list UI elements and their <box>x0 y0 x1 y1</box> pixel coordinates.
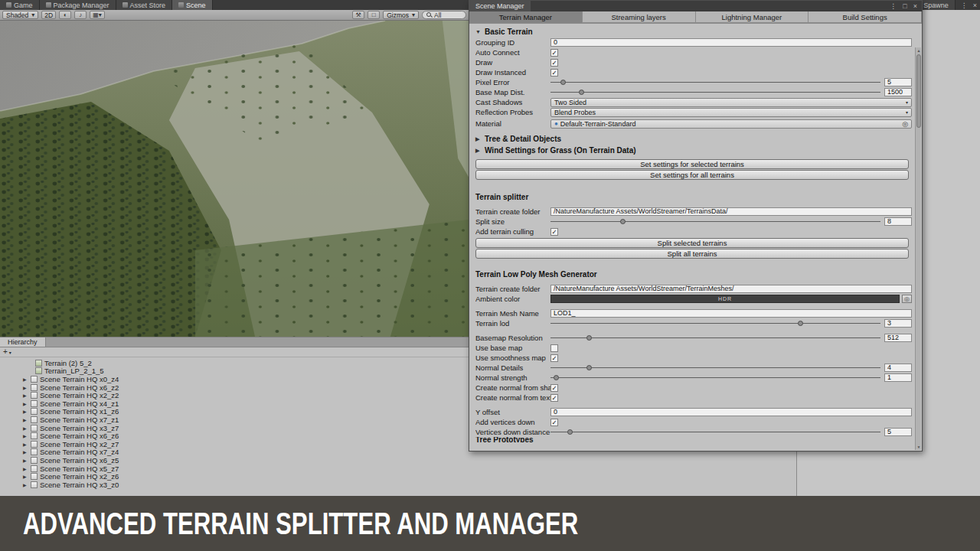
window-menu-icon[interactable]: ⋮ <box>890 2 897 10</box>
tab-spawner[interactable]: Spawne <box>917 0 956 10</box>
foldout-icon[interactable]: ▶ <box>23 449 28 455</box>
normal-strength-field[interactable]: 1 <box>884 373 912 382</box>
auto-connect-checkbox[interactable]: ✓ <box>550 49 558 57</box>
grouping-id-field[interactable]: 0 <box>550 38 912 47</box>
terrain-lod-field[interactable]: 3 <box>884 319 912 328</box>
add-vertices-down-checkbox[interactable]: ✓ <box>550 419 558 426</box>
create-object-button[interactable]: + <box>3 348 8 356</box>
slider-knob[interactable] <box>567 429 573 435</box>
basemap-resolution-slider[interactable] <box>550 333 880 343</box>
tab-scene[interactable]: Scene <box>172 0 213 10</box>
basic-terrain-foldout[interactable]: ▼ Basic Terrain <box>469 26 915 37</box>
split-selected-button[interactable]: Split selected terrains <box>475 238 909 248</box>
lighting-toggle-button[interactable]: ◐ <box>59 11 71 19</box>
foldout-icon[interactable]: ▶ <box>23 417 28 422</box>
wind-settings-foldout[interactable]: ▶ Wind Settings for Grass (On Terrain Da… <box>469 145 915 156</box>
base-map-dist-slider[interactable] <box>550 87 880 97</box>
normal-strength-slider[interactable] <box>550 373 880 383</box>
split-size-field[interactable]: 8 <box>884 217 912 226</box>
use-base-map-checkbox[interactable] <box>550 344 558 352</box>
slider-knob[interactable] <box>579 90 584 95</box>
draw-mode-dropdown[interactable]: Shaded ▾ <box>2 11 38 19</box>
material-object-field[interactable]: ● Default-Terrain-Standard ◎ <box>550 119 912 129</box>
lowpoly-folder-field[interactable]: /NatureManufacture Assets/WorldStreamer/… <box>550 285 912 293</box>
foldout-icon[interactable]: ▶ <box>23 409 28 414</box>
hierarchy-item[interactable]: ▶ Scene Terrain HQ x2_z6 <box>0 472 796 481</box>
pixel-error-slider[interactable] <box>550 77 880 87</box>
window-close-icon[interactable]: × <box>913 2 917 10</box>
foldout-icon[interactable]: ▶ <box>23 385 28 390</box>
slider-knob[interactable] <box>586 335 592 341</box>
tab-lightning-manager[interactable]: Lightning Manager <box>696 11 809 23</box>
split-all-button[interactable]: Split all terrains <box>475 249 909 259</box>
draw-instanced-checkbox[interactable]: ✓ <box>550 69 558 77</box>
hierarchy-item[interactable]: ▶ Scene Terrain HQ x6_z5 <box>0 456 796 465</box>
scroll-down-icon[interactable]: ▼ <box>916 445 922 449</box>
tab-streaming-layers[interactable]: Streaming layers <box>583 11 696 23</box>
normal-details-field[interactable]: 4 <box>884 364 912 372</box>
foldout-icon[interactable]: ▶ <box>23 482 28 487</box>
foldout-icon[interactable]: ▶ <box>23 425 28 431</box>
tab-terrain-manager[interactable]: Terrain Manager <box>469 11 583 23</box>
foldout-icon[interactable]: ▶ <box>23 433 28 439</box>
audio-toggle-button[interactable]: ♪ <box>74 11 87 19</box>
panel-close-icon[interactable]: × <box>973 2 977 9</box>
foldout-icon[interactable]: ▶ <box>23 401 28 406</box>
tab-asset-store[interactable]: Asset Store <box>116 0 173 10</box>
hierarchy-item[interactable]: ▶ Scene Terrain HQ x3_z0 <box>0 481 796 489</box>
effects-dropdown-button[interactable]: ▦ ▾ <box>90 11 105 19</box>
basemap-resolution-field[interactable]: 512 <box>884 334 912 342</box>
tab-hierarchy[interactable]: Hierarchy <box>0 337 46 347</box>
ambient-color-swatch[interactable]: HDR <box>550 295 900 303</box>
object-picker-icon[interactable]: ◎ <box>902 120 908 128</box>
2d-toggle-button[interactable]: 2D <box>41 11 56 19</box>
tree-detail-foldout[interactable]: ▶ Tree & Detail Objects <box>469 133 915 145</box>
window-maximize-icon[interactable]: □ <box>903 2 906 10</box>
slider-knob[interactable] <box>798 321 803 326</box>
tab-package-manager[interactable]: Package Manager <box>40 0 116 10</box>
slider-knob[interactable] <box>560 80 566 85</box>
set-settings-all-button[interactable]: Set settings for all terrains <box>475 170 909 180</box>
use-smoothness-checkbox[interactable]: ✓ <box>550 354 558 362</box>
slider-knob[interactable] <box>586 365 592 370</box>
set-settings-selected-button[interactable]: Set settings for selected terrains <box>475 159 909 169</box>
hierarchy-item[interactable]: ▶ Scene Terrain HQ x5_z7 <box>0 465 796 473</box>
y-offset-field[interactable]: 0 <box>550 408 912 416</box>
foldout-icon[interactable]: ▶ <box>23 393 28 398</box>
tab-build-settings[interactable]: Build Settings <box>808 11 922 23</box>
terrain-lod-slider[interactable] <box>550 318 880 328</box>
vertices-down-distance-slider[interactable] <box>550 427 880 437</box>
color-picker-button[interactable]: ◎ <box>902 295 912 303</box>
cast-shadows-dropdown[interactable]: Two Sided ▾ <box>550 98 912 107</box>
normal-details-slider[interactable] <box>550 363 880 373</box>
reflection-probes-dropdown[interactable]: Blend Probes ▾ <box>550 108 912 117</box>
camera-settings-button[interactable]: □ <box>368 11 380 19</box>
slider-knob[interactable] <box>554 375 559 380</box>
normal-from-texture-checkbox[interactable]: ✓ <box>550 394 558 402</box>
add-terrain-culling-checkbox[interactable]: ✓ <box>550 228 558 236</box>
pixel-error-field[interactable]: 5 <box>884 78 912 86</box>
panel-menu-icon[interactable]: ⋮ <box>961 2 968 9</box>
mesh-name-field[interactable]: LOD1_ <box>550 309 912 318</box>
scroll-up-icon[interactable]: ▲ <box>916 48 922 53</box>
foldout-icon[interactable]: ▶ <box>23 377 28 382</box>
foldout-icon[interactable]: ▶ <box>23 442 28 447</box>
scene-search-input[interactable]: All <box>422 11 466 19</box>
draw-checkbox[interactable]: ✓ <box>550 59 558 67</box>
normal-from-shape-checkbox[interactable]: ✓ <box>550 384 558 392</box>
scrollbar-thumb[interactable] <box>916 54 921 128</box>
slider-knob[interactable] <box>620 219 626 224</box>
split-size-slider[interactable] <box>550 217 880 227</box>
scene-manager-title-tab[interactable]: Scene Manager <box>469 1 531 11</box>
foldout-icon[interactable]: ▶ <box>23 458 28 463</box>
tab-game[interactable]: Game <box>0 0 40 10</box>
base-map-dist-field[interactable]: 1500 <box>884 88 912 96</box>
gizmos-dropdown[interactable]: Gizmos ▾ <box>383 11 419 19</box>
create-object-dropdown-icon[interactable]: ▾ <box>9 350 11 355</box>
vertices-down-distance-field[interactable]: 5 <box>884 428 912 436</box>
splitter-folder-field[interactable]: /NatureManufacture Assets/WorldStreamer/… <box>550 207 912 216</box>
scrollbar[interactable]: ▲ ▼ <box>915 47 921 450</box>
scene-manager-titlebar[interactable]: Scene Manager ⋮ □ × <box>469 1 922 11</box>
tool-settings-button[interactable]: ⚒ <box>352 11 364 19</box>
foldout-icon[interactable]: ▶ <box>23 474 28 479</box>
